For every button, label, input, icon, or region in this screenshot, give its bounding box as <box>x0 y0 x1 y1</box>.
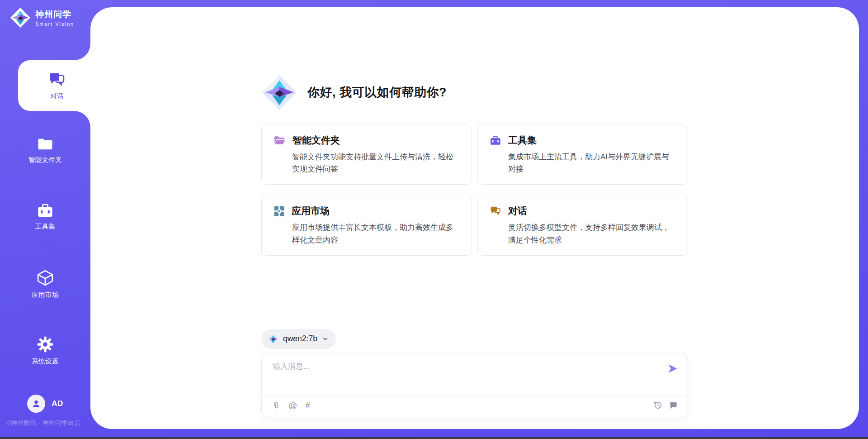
sidebar-item-label: 系统设置 <box>32 357 59 366</box>
greeting-row: 你好, 我可以如何帮助你? <box>261 74 688 110</box>
toolbox-icon <box>36 202 54 219</box>
sidebar-item-smart-folder[interactable]: 智能文件夹 <box>0 136 90 164</box>
folder-icon <box>36 136 54 152</box>
tab-curve-top <box>74 44 90 60</box>
sidebar-item-settings[interactable]: 系统设置 <box>0 335 90 366</box>
chat-bubbles-icon <box>490 205 501 217</box>
message-input[interactable] <box>273 361 661 388</box>
avatar <box>27 395 45 413</box>
history-clock-icon <box>653 401 662 410</box>
card-title: 工具集 <box>508 134 537 147</box>
person-icon <box>31 398 42 409</box>
card-title: 智能文件夹 <box>292 134 340 147</box>
card-description: 智能文件夹功能支持批量文件上传与清洗，轻松实现文件问答 <box>292 151 460 175</box>
chevron-down-icon <box>322 335 329 342</box>
brand-diamond-icon <box>10 7 31 28</box>
card-smart-folder[interactable]: 智能文件夹 智能文件夹功能支持批量文件上传与清洗，轻松实现文件问答 <box>261 124 472 185</box>
gear-icon <box>36 335 54 353</box>
sidebar-item-chat[interactable]: 对话 <box>18 60 96 111</box>
card-app-market[interactable]: 应用市场 应用市场提供丰富长文本模板，助力高效生成多样化文章内容 <box>261 195 472 255</box>
chat-mode-button[interactable] <box>669 401 678 410</box>
message-composer: @ # <box>261 353 688 417</box>
sidebar-item-label: 智能文件夹 <box>28 156 62 164</box>
attach-file-button[interactable] <box>272 401 280 410</box>
grid-icon <box>274 205 285 217</box>
sidebar-item-label: 应用市场 <box>32 291 59 299</box>
card-chat[interactable]: 对话 灵活切换多模型文件，支持多样回复效果调试，满足个性化需求 <box>477 195 688 255</box>
cube-icon <box>36 269 54 287</box>
sidebar-item-toolset[interactable]: 工具集 <box>0 202 90 231</box>
card-toolset[interactable]: 工具集 集成市场上主流工具，助力AI与外界无缝扩展与对接 <box>477 124 688 185</box>
copyright-text: ©神州数码 · 神州问学出品 <box>6 419 80 427</box>
brand-diamond-icon <box>268 334 278 344</box>
paperclip-icon <box>272 401 280 410</box>
toolbox-icon <box>490 135 501 146</box>
send-button[interactable] <box>666 363 679 375</box>
brand-logo: 神州问学 Smart Vision <box>10 7 74 28</box>
folder-open-icon <box>274 135 286 146</box>
model-name: qwen2:7b <box>283 334 317 344</box>
card-description: 应用市场提供丰富长文本模板，助力高效生成多样化文章内容 <box>292 221 460 246</box>
mention-button[interactable]: @ <box>288 401 297 410</box>
main-surface: 你好, 我可以如何帮助你? 智能文件夹 智能文件夹功能支持批量文件上传与清洗，轻… <box>90 7 859 429</box>
feature-cards: 智能文件夹 智能文件夹功能支持批量文件上传与清洗，轻松实现文件问答 工具集 集成… <box>261 124 688 256</box>
window-bottom-edge <box>0 437 868 439</box>
greeting-title: 你好, 我可以如何帮助你? <box>307 84 447 100</box>
card-description: 集成市场上主流工具，助力AI与外界无缝扩展与对接 <box>508 151 676 175</box>
sidebar-item-label: 工具集 <box>35 222 56 231</box>
sidebar: 神州问学 Smart Vision 对话 智能文件夹 <box>0 0 90 439</box>
hashtag-button[interactable]: # <box>305 401 310 410</box>
chat-bubbles-icon <box>48 71 66 89</box>
composer-divider <box>262 396 688 396</box>
brand-diamond-icon <box>261 74 297 110</box>
speech-bubble-icon <box>669 401 678 410</box>
card-title: 应用市场 <box>292 205 330 217</box>
brand-name: 神州问学 <box>35 9 74 20</box>
sidebar-item-app-market[interactable]: 应用市场 <box>0 269 90 299</box>
send-icon <box>667 363 678 374</box>
card-title: 对话 <box>508 205 527 217</box>
model-selector[interactable]: qwen2:7b <box>261 329 336 349</box>
user-profile[interactable]: AD <box>0 395 90 413</box>
brand-tagline: Smart Vision <box>35 21 74 27</box>
sidebar-item-label: 对话 <box>50 92 64 100</box>
card-description: 灵活切换多模型文件，支持多样回复效果调试，满足个性化需求 <box>508 221 676 246</box>
tab-curve-bottom <box>74 111 90 127</box>
user-initials: AD <box>52 399 63 408</box>
history-button[interactable] <box>653 401 662 410</box>
